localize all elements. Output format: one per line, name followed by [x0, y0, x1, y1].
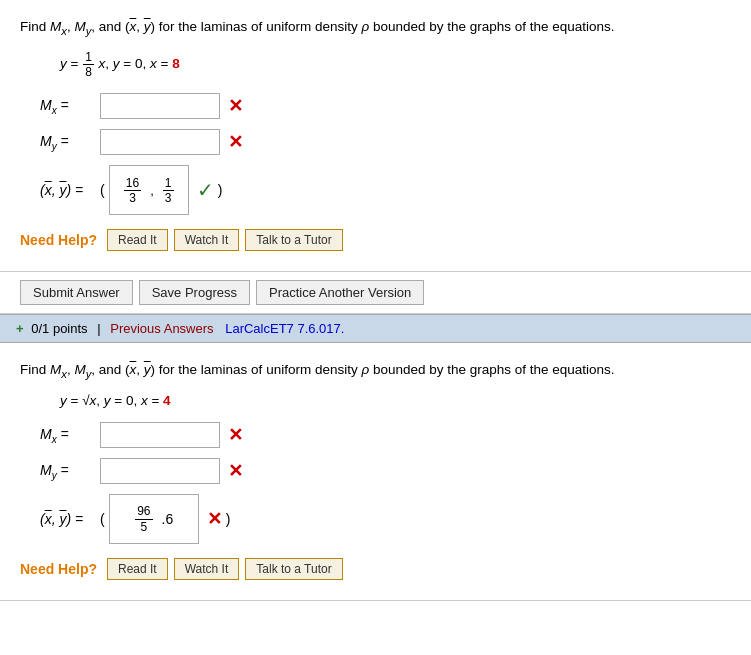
problem1-frac2: 1 3: [163, 176, 174, 206]
problem2-ybar: y: [144, 362, 151, 377]
problem1-my-input[interactable]: [100, 129, 220, 155]
problem1-tutor-btn[interactable]: Talk to a Tutor: [245, 229, 342, 251]
problem2-tutor-btn[interactable]: Talk to a Tutor: [245, 558, 342, 580]
problem1-tuple-row: (x, y) = ( 16 3 , 1 3 ✓ ): [40, 165, 731, 215]
problem2-help-row: Need Help? Read It Watch It Talk to a Tu…: [20, 558, 731, 580]
course-code-label: LarCalcET7 7.6.017.: [225, 321, 344, 336]
problem2-tuple-row: (x, y) = ( 96 5 .6 ✕ ): [40, 494, 731, 544]
problem2-xmark: ✕: [207, 508, 222, 530]
submit-button[interactable]: Submit Answer: [20, 280, 133, 305]
practice-button[interactable]: Practice Another Version: [256, 280, 424, 305]
problem1-mx-row: Mx = ✕: [40, 93, 731, 119]
problem2-mx-row: Mx = ✕: [40, 422, 731, 448]
problem2-watch-btn[interactable]: Watch It: [174, 558, 240, 580]
problem1-eq-fraction: 1 8: [83, 50, 94, 80]
problem2-mx-label-inline: Mx: [50, 362, 67, 377]
problem2-my-xmark: ✕: [228, 460, 243, 482]
problem1-tuple-label: (x, y) =: [40, 182, 100, 198]
prev-answers-label: Previous Answers: [110, 321, 213, 336]
problem1-ybar: y: [144, 19, 151, 34]
problem1-text: Find Mx, My, and (x, y) for the laminas …: [20, 16, 731, 40]
problem1-mx-var: Mx =: [40, 97, 100, 116]
problem2-my-row: My = ✕: [40, 458, 731, 484]
problem1-mx-xmark: ✕: [228, 95, 243, 117]
problem1-equation: y = 1 8 x, y = 0, x = 8: [60, 50, 731, 80]
problem2-text: Find Mx, My, and (x, y) for the laminas …: [20, 359, 731, 383]
problem1-mx-input[interactable]: [100, 93, 220, 119]
problem1-need-help-label: Need Help?: [20, 232, 97, 248]
problem2-my-var: My =: [40, 462, 100, 481]
problem2-need-help-label: Need Help?: [20, 561, 97, 577]
problem1-checkmark: ✓: [197, 178, 214, 202]
problem2-my-input[interactable]: [100, 458, 220, 484]
problem1-my-var: My =: [40, 133, 100, 152]
problem2-mx-input[interactable]: [100, 422, 220, 448]
problem1-my-label-inline: My: [74, 19, 91, 34]
problem1-xbar: x: [130, 19, 137, 34]
action-row: Submit Answer Save Progress Practice Ano…: [0, 272, 751, 314]
problem2-tuple-box: 96 5 .6: [109, 494, 199, 544]
problem2-section: Find Mx, My, and (x, y) for the laminas …: [0, 343, 751, 601]
problem1-my-xmark: ✕: [228, 131, 243, 153]
problem2-my-label-inline: My: [74, 362, 91, 377]
problem2-frac1: 96 5: [135, 504, 152, 534]
problem2-mx-xmark: ✕: [228, 424, 243, 446]
problem2-read-btn[interactable]: Read It: [107, 558, 168, 580]
problem1-watch-btn[interactable]: Watch It: [174, 229, 240, 251]
problem1-help-row: Need Help? Read It Watch It Talk to a Tu…: [20, 229, 731, 251]
problem1-mx-label-inline: Mx: [50, 19, 67, 34]
problem2-equation: y = √x, y = 0, x = 4: [60, 393, 731, 408]
problem1-section: Find Mx, My, and (x, y) for the laminas …: [0, 0, 751, 272]
save-button[interactable]: Save Progress: [139, 280, 250, 305]
problem2-xbar: x: [130, 362, 137, 377]
problem1-frac1: 16 3: [124, 176, 141, 206]
points-label: 0/1 points: [31, 321, 87, 336]
problem2-tuple-label: (x, y) =: [40, 511, 100, 527]
problem1-my-row: My = ✕: [40, 129, 731, 155]
problem2-mx-var: Mx =: [40, 426, 100, 445]
points-header: + 0/1 points | Previous Answers LarCalcE…: [0, 314, 751, 343]
points-plus-icon: +: [16, 321, 24, 336]
problem1-tuple-box: 16 3 , 1 3: [109, 165, 189, 215]
problem1-read-btn[interactable]: Read It: [107, 229, 168, 251]
